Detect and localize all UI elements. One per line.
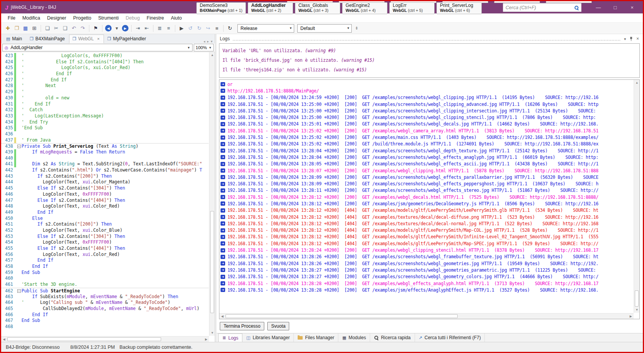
panel-close-icon[interactable]: × [636, 36, 639, 41]
log-link-icon[interactable]: ➜ [221, 255, 225, 259]
scroll-up-icon[interactable]: ▲ [634, 80, 640, 86]
log-link-icon[interactable]: ➜ [221, 168, 225, 173]
step-over-icon[interactable]: ↪ [204, 25, 212, 32]
log-link-icon[interactable]: ➜ [221, 261, 225, 266]
menu-item-file[interactable]: File [4, 15, 19, 21]
log-link-icon[interactable]: ➜ [221, 248, 225, 252]
log-link-icon[interactable]: ➜ [221, 288, 225, 292]
editor-tab-b4xmainpage[interactable]: ❒B4XMainPage [26, 35, 69, 43]
clear-logs-button[interactable]: Svuota [267, 322, 289, 330]
logs-vertical-scrollbar[interactable]: ▲ ▼ [634, 80, 639, 313]
minimize-button[interactable]: — [590, 5, 607, 10]
new-file-icon[interactable]: ✚ [4, 25, 12, 32]
fold-toggle-icon[interactable]: − [17, 289, 21, 293]
scroll-right-icon[interactable]: ▶ [628, 313, 634, 319]
scrollbar-thumb[interactable] [635, 290, 639, 307]
log-link-icon[interactable]: ➜ [221, 221, 225, 226]
profile-select[interactable]: Default▼ [297, 24, 352, 33]
log-link-icon[interactable]: ➜ [221, 195, 225, 199]
copy-icon[interactable]: ❏ [43, 25, 51, 32]
close-tab-icon[interactable]: × [97, 36, 99, 41]
quick-jump-tab[interactable]: DemoScene3B4XMainPage (ctrl + 1) [196, 2, 246, 14]
menu-item-aiuto[interactable]: Aiuto [168, 15, 186, 21]
cut-icon[interactable]: ✂ [52, 25, 60, 32]
uncomment-icon[interactable]: ≡ [165, 25, 173, 32]
open-file-icon[interactable]: ❐ [13, 25, 21, 32]
log-link-icon[interactable]: ➜ [221, 281, 225, 285]
run-icon[interactable]: ▶ [178, 25, 186, 32]
log-link-icon[interactable]: ➜ [221, 241, 225, 246]
log-link-icon[interactable]: ➜ [221, 148, 225, 153]
log-link-icon[interactable]: ➜ [221, 188, 225, 193]
tab-list-icon[interactable]: ▾ [211, 40, 212, 43]
scrollbar-thumb[interactable] [7, 337, 161, 341]
menu-item-finestre[interactable]: Finestre [143, 15, 167, 21]
log-link-icon[interactable]: ➜ [221, 109, 225, 113]
editor-tab-webgl[interactable]: ❒WebGL× [69, 35, 104, 43]
menu-item-modifica[interactable]: Modifica [19, 15, 44, 21]
redo-icon[interactable]: ↷ [79, 25, 87, 32]
build-configuration-select[interactable]: Release▼ [237, 24, 294, 33]
log-link-icon[interactable]: ➜ [221, 155, 225, 159]
log-link-icon[interactable]: ➜ [221, 268, 225, 272]
log-link-icon[interactable]: ➜ [221, 82, 225, 86]
back-dropdown-icon[interactable]: ▾ [113, 25, 121, 32]
menu-item-designer[interactable]: Designer [44, 15, 70, 21]
bookmark-icon[interactable]: ⚑ [92, 25, 100, 32]
paste-icon[interactable]: ❑ [61, 25, 69, 32]
quick-jump-tab[interactable]: Class_GlobalsWebGL (ctrl + 3) [295, 2, 340, 14]
scroll-down-icon[interactable]: ▼ [634, 307, 640, 313]
save-module-icon[interactable]: ⊞ [30, 25, 38, 32]
editor-zoom-select[interactable]: 100% ▼ [194, 44, 214, 51]
tab-find-references[interactable]: ↗Cerca tutti i Riferimenti (F7) [415, 333, 485, 342]
scrollbar-thumb[interactable] [226, 314, 458, 318]
log-link-icon[interactable]: ➜ [221, 215, 225, 219]
editor-tab-mypagehandler[interactable]: ❒MyPageHandler [104, 35, 150, 43]
menu-item-debug[interactable]: Debug [122, 15, 143, 21]
scroll-left-icon[interactable]: ◀ [1, 337, 7, 342]
tab-logs[interactable]: ≣Logs [218, 333, 242, 342]
navigate-back-icon[interactable]: ◀ [105, 25, 112, 31]
log-link-icon[interactable]: ➜ [221, 208, 225, 213]
log-link-icon[interactable]: ➜ [221, 122, 225, 126]
rebuild-icon[interactable]: ↻ [226, 25, 234, 32]
tab-scroll-right-icon[interactable]: ▸ [207, 40, 209, 43]
log-link-icon[interactable]: ➜ [221, 162, 225, 166]
close-button[interactable]: × [624, 5, 641, 10]
resume-icon[interactable]: ↺ [186, 25, 194, 32]
log-link-icon[interactable]: ➜ [221, 182, 225, 186]
comment-icon[interactable]: ≣ [156, 25, 164, 32]
step-into-icon[interactable]: ↻ [195, 25, 203, 32]
log-link-icon[interactable]: ➜ [221, 102, 225, 106]
menu-item-progetto[interactable]: Progetto [70, 15, 95, 21]
tab-scroll-left-icon[interactable]: ◂ [203, 40, 205, 43]
outdent-icon[interactable]: ⇤ [143, 25, 151, 32]
log-link-icon[interactable]: ➜ [221, 135, 225, 140]
log-link-icon[interactable]: ➜ [221, 129, 225, 133]
scroll-left-icon[interactable]: ◀ [219, 313, 225, 319]
tab-libraries-manager[interactable]: ◫Libraries Manager [242, 333, 294, 342]
scroll-up-icon[interactable]: ▲ [209, 52, 215, 58]
editor-tab-main[interactable]: ▤Main [3, 35, 26, 43]
search-input[interactable]: Cerca (Ctrl+F) [503, 3, 581, 12]
save-icon[interactable]: ▦ [21, 25, 30, 32]
toolbar-overflow-icon[interactable]: ⇟ [355, 26, 358, 31]
tab-quick-search[interactable]: Ricerca rapida [370, 333, 415, 342]
indent-icon[interactable]: ⇥ [134, 25, 142, 32]
pin-icon[interactable] [629, 36, 633, 41]
quick-jump-tab[interactable]: AddLogHandlerWebGL (ctrl + 2) [248, 2, 293, 14]
log-link-icon[interactable]: ➜ [221, 235, 225, 239]
editor-vertical-scrollbar[interactable]: ▲ ▼ [209, 52, 215, 336]
undo-icon[interactable]: ↶ [70, 25, 78, 32]
log-link-icon[interactable]: ➜ [221, 142, 225, 146]
log-link-icon[interactable]: ➜ [221, 96, 225, 100]
log-link-icon[interactable]: ➜ [221, 115, 225, 120]
compiler-warnings-box[interactable]: Variabile 'URL' non utilizzata. (warning… [219, 43, 640, 78]
tab-modules[interactable]: ▦Modules [338, 333, 370, 342]
log-link-icon[interactable]: ➜ [221, 275, 225, 279]
menu-item-strumenti[interactable]: Strumenti [95, 15, 122, 21]
sub-selector[interactable]: ◎ AddLogHandler ▼ [2, 44, 193, 51]
search-icon[interactable] [574, 5, 579, 10]
quick-jump-tab[interactable]: Print_ServerLogWebGL (ctrl + 6) [436, 2, 482, 14]
log-link-icon[interactable]: ➜ [221, 228, 225, 233]
